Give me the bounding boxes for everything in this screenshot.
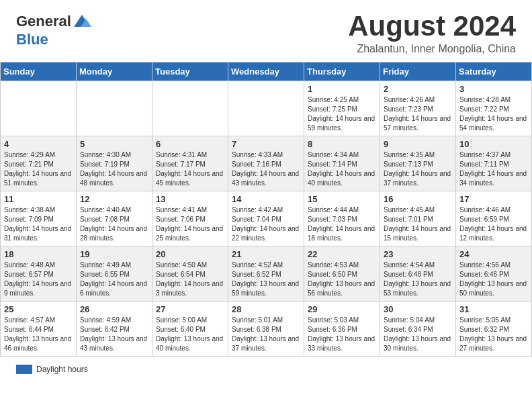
day-info: Sunrise: 4:59 AM Sunset: 6:42 PM Dayligh… (80, 316, 148, 353)
day-number: 24 (459, 249, 528, 259)
day-info: Sunrise: 4:46 AM Sunset: 6:59 PM Dayligh… (459, 205, 528, 243)
day-number: 25 (4, 304, 73, 314)
day-number: 11 (4, 194, 73, 204)
calendar-cell (152, 81, 228, 136)
calendar-cell: 2Sunrise: 4:26 AM Sunset: 7:23 PM Daylig… (380, 81, 456, 136)
calendar-header-monday: Monday (77, 62, 152, 81)
day-info: Sunrise: 4:42 AM Sunset: 7:04 PM Dayligh… (232, 205, 300, 243)
day-info: Sunrise: 4:28 AM Sunset: 7:22 PM Dayligh… (459, 95, 528, 133)
day-number: 13 (156, 194, 224, 204)
day-number: 2 (384, 84, 452, 94)
calendar-cell: 10Sunrise: 4:37 AM Sunset: 7:11 PM Dayli… (456, 136, 532, 191)
calendar-header-tuesday: Tuesday (152, 62, 228, 81)
day-number: 9 (384, 139, 452, 149)
day-number: 3 (459, 84, 528, 94)
calendar-cell: 1Sunrise: 4:25 AM Sunset: 7:25 PM Daylig… (304, 81, 380, 136)
calendar-cell: 30Sunrise: 5:04 AM Sunset: 6:34 PM Dayli… (380, 302, 456, 357)
calendar-cell: 8Sunrise: 4:34 AM Sunset: 7:14 PM Daylig… (304, 136, 380, 191)
calendar-header-wednesday: Wednesday (228, 62, 304, 81)
calendar-cell (77, 81, 152, 136)
calendar-header-sunday: Sunday (1, 62, 77, 81)
day-number: 6 (156, 139, 224, 149)
calendar-week-row: 4Sunrise: 4:29 AM Sunset: 7:21 PM Daylig… (1, 136, 532, 191)
logo-icon (73, 12, 91, 31)
day-number: 19 (80, 249, 148, 259)
calendar-week-row: 11Sunrise: 4:38 AM Sunset: 7:09 PM Dayli… (1, 191, 532, 246)
title-block: August 2024 Zhalantun, Inner Mongolia, C… (348, 12, 516, 55)
calendar-cell: 20Sunrise: 4:50 AM Sunset: 6:54 PM Dayli… (152, 246, 228, 302)
calendar-cell: 4Sunrise: 4:29 AM Sunset: 7:21 PM Daylig… (1, 136, 77, 191)
day-info: Sunrise: 4:50 AM Sunset: 6:54 PM Dayligh… (156, 261, 224, 298)
day-number: 8 (308, 139, 376, 149)
calendar-cell: 7Sunrise: 4:33 AM Sunset: 7:16 PM Daylig… (228, 136, 304, 191)
day-info: Sunrise: 4:25 AM Sunset: 7:25 PM Dayligh… (308, 95, 376, 133)
calendar-cell: 16Sunrise: 4:45 AM Sunset: 7:01 PM Dayli… (380, 191, 456, 246)
calendar-cell (1, 81, 77, 136)
day-number: 22 (308, 249, 376, 259)
day-info: Sunrise: 5:00 AM Sunset: 6:40 PM Dayligh… (156, 316, 224, 353)
day-info: Sunrise: 4:52 AM Sunset: 6:52 PM Dayligh… (232, 261, 300, 298)
day-info: Sunrise: 4:49 AM Sunset: 6:55 PM Dayligh… (80, 261, 148, 298)
calendar-header-friday: Friday (380, 62, 456, 81)
calendar-cell: 12Sunrise: 4:40 AM Sunset: 7:08 PM Dayli… (77, 191, 152, 246)
calendar-cell: 24Sunrise: 4:56 AM Sunset: 6:46 PM Dayli… (456, 246, 532, 302)
calendar-cell: 17Sunrise: 4:46 AM Sunset: 6:59 PM Dayli… (456, 191, 532, 246)
day-number: 31 (459, 304, 528, 314)
calendar-cell: 26Sunrise: 4:59 AM Sunset: 6:42 PM Dayli… (77, 302, 152, 357)
calendar-cell: 22Sunrise: 4:53 AM Sunset: 6:50 PM Dayli… (304, 246, 380, 302)
calendar-cell: 28Sunrise: 5:01 AM Sunset: 6:38 PM Dayli… (228, 302, 304, 357)
calendar-cell: 29Sunrise: 5:03 AM Sunset: 6:36 PM Dayli… (304, 302, 380, 357)
day-number: 1 (308, 84, 376, 94)
calendar-cell: 14Sunrise: 4:42 AM Sunset: 7:04 PM Dayli… (228, 191, 304, 246)
day-info: Sunrise: 4:33 AM Sunset: 7:16 PM Dayligh… (232, 150, 300, 188)
calendar-cell (228, 81, 304, 136)
day-info: Sunrise: 4:45 AM Sunset: 7:01 PM Dayligh… (384, 205, 452, 243)
day-number: 30 (384, 304, 452, 314)
logo-blue-text: Blue (16, 31, 48, 48)
day-info: Sunrise: 4:57 AM Sunset: 6:44 PM Dayligh… (4, 316, 73, 353)
day-number: 12 (80, 194, 148, 204)
day-number: 14 (232, 194, 300, 204)
calendar-cell: 18Sunrise: 4:48 AM Sunset: 6:57 PM Dayli… (1, 246, 77, 302)
day-info: Sunrise: 4:35 AM Sunset: 7:13 PM Dayligh… (384, 150, 452, 188)
calendar-cell: 5Sunrise: 4:30 AM Sunset: 7:19 PM Daylig… (77, 136, 152, 191)
calendar-cell: 21Sunrise: 4:52 AM Sunset: 6:52 PM Dayli… (228, 246, 304, 302)
calendar-table: SundayMondayTuesdayWednesdayThursdayFrid… (0, 62, 532, 357)
day-info: Sunrise: 4:29 AM Sunset: 7:21 PM Dayligh… (4, 150, 73, 188)
calendar-cell: 25Sunrise: 4:57 AM Sunset: 6:44 PM Dayli… (1, 302, 77, 357)
day-number: 18 (4, 249, 73, 259)
page-header: General Blue August 2024 Zhalantun, Inne… (0, 0, 532, 62)
calendar-cell: 13Sunrise: 4:41 AM Sunset: 7:06 PM Dayli… (152, 191, 228, 246)
daylight-legend-box (16, 365, 32, 374)
calendar-cell: 6Sunrise: 4:31 AM Sunset: 7:17 PM Daylig… (152, 136, 228, 191)
day-info: Sunrise: 4:38 AM Sunset: 7:09 PM Dayligh… (4, 205, 73, 243)
calendar-header-saturday: Saturday (456, 62, 532, 81)
day-info: Sunrise: 4:41 AM Sunset: 7:06 PM Dayligh… (156, 205, 224, 243)
day-number: 4 (4, 139, 73, 149)
calendar-cell: 31Sunrise: 5:05 AM Sunset: 6:32 PM Dayli… (456, 302, 532, 357)
day-number: 10 (459, 139, 528, 149)
day-info: Sunrise: 4:26 AM Sunset: 7:23 PM Dayligh… (384, 95, 452, 133)
logo: General Blue (16, 12, 91, 48)
calendar-week-row: 25Sunrise: 4:57 AM Sunset: 6:44 PM Dayli… (1, 302, 532, 357)
calendar-week-row: 18Sunrise: 4:48 AM Sunset: 6:57 PM Dayli… (1, 246, 532, 302)
day-number: 15 (308, 194, 376, 204)
day-number: 20 (156, 249, 224, 259)
calendar-header-thursday: Thursday (304, 62, 380, 81)
day-number: 17 (459, 194, 528, 204)
day-info: Sunrise: 5:01 AM Sunset: 6:38 PM Dayligh… (232, 316, 300, 353)
day-number: 29 (308, 304, 376, 314)
day-info: Sunrise: 5:04 AM Sunset: 6:34 PM Dayligh… (384, 316, 452, 353)
month-year-title: August 2024 (348, 12, 516, 40)
day-info: Sunrise: 4:40 AM Sunset: 7:08 PM Dayligh… (80, 205, 148, 243)
day-info: Sunrise: 4:31 AM Sunset: 7:17 PM Dayligh… (156, 150, 224, 188)
day-number: 26 (80, 304, 148, 314)
day-info: Sunrise: 4:44 AM Sunset: 7:03 PM Dayligh… (308, 205, 376, 243)
calendar-cell: 11Sunrise: 4:38 AM Sunset: 7:09 PM Dayli… (1, 191, 77, 246)
day-number: 7 (232, 139, 300, 149)
calendar-cell: 9Sunrise: 4:35 AM Sunset: 7:13 PM Daylig… (380, 136, 456, 191)
day-info: Sunrise: 4:53 AM Sunset: 6:50 PM Dayligh… (308, 261, 376, 298)
day-number: 27 (156, 304, 224, 314)
day-info: Sunrise: 4:30 AM Sunset: 7:19 PM Dayligh… (80, 150, 148, 188)
calendar-week-row: 1Sunrise: 4:25 AM Sunset: 7:25 PM Daylig… (1, 81, 532, 136)
